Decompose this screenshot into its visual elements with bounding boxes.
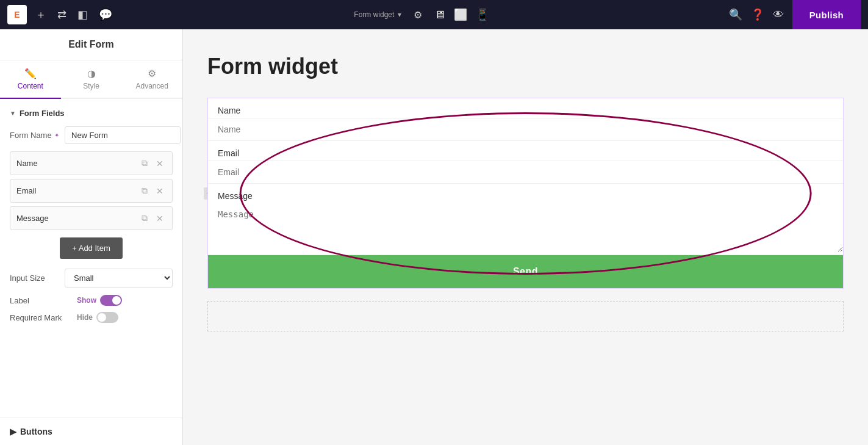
form-name-row: Form Name ✦ — [10, 126, 173, 144]
canvas-form-wrapper: Name Email Message Send — [207, 98, 844, 289]
dynamic-icon: ✦ — [54, 132, 59, 139]
tab-content[interactable]: ✏️ Content — [0, 60, 61, 99]
form-widget-title: Form widget — [354, 10, 394, 19]
field-item-message: Message ⧉ ✕ — [10, 206, 173, 230]
canvas-email-input[interactable] — [208, 161, 843, 183]
topbar-right: 🔍 ❓ 👁 Publish — [729, 0, 861, 29]
form-widget-dropdown[interactable]: Form widget ▾ — [354, 10, 401, 19]
canvas-page-title: Form widget — [207, 54, 844, 79]
input-size-label: Input Size — [10, 273, 65, 283]
desktop-view-icon[interactable]: 🖥 — [434, 9, 445, 21]
advanced-tab-label: Advanced — [135, 82, 168, 90]
sidebar: Edit Form ✏️ Content ◑ Style ⚙ Advanced … — [0, 29, 183, 445]
tablet-view-icon[interactable]: ⬜ — [454, 8, 467, 21]
topbar: E ＋ ⇄ ◧ 💬 Form widget ▾ ⚙ 🖥 ⬜ 📱 🔍 ❓ 👁 Pu… — [0, 0, 868, 29]
field-item-email-label: Email — [16, 186, 134, 195]
form-name-input[interactable] — [65, 126, 181, 144]
canvas-message-label: Message — [208, 184, 843, 203]
chevron-down-icon: ▾ — [398, 10, 401, 19]
label-toggle-switch[interactable] — [100, 295, 122, 306]
input-size-select[interactable]: Small Medium Large — [65, 269, 173, 288]
add-button[interactable]: ＋ — [33, 5, 49, 24]
duplicate-email-button[interactable]: ⧉ — [139, 184, 150, 197]
canvas-name-field: Name — [208, 98, 843, 141]
canvas-message-field: Message — [208, 184, 843, 255]
form-fields-label: Form Fields — [20, 109, 65, 118]
label-toggle-wrap: Show — [77, 295, 122, 306]
help-icon[interactable]: ❓ — [751, 8, 764, 21]
required-mark-label: Required Mark — [10, 313, 77, 322]
delete-email-button[interactable]: ✕ — [154, 184, 166, 197]
delete-message-button[interactable]: ✕ — [154, 212, 166, 225]
field-item-name-actions: ⧉ ✕ — [139, 157, 166, 170]
eye-icon[interactable]: 👁 — [773, 9, 784, 21]
delete-name-button[interactable]: ✕ — [154, 157, 166, 170]
canvas: Form widget ‹ Name Email Messag — [183, 29, 868, 445]
comments-button[interactable]: 💬 — [96, 5, 115, 24]
canvas-name-label: Name — [208, 98, 843, 118]
sidebar-title: Edit Form — [0, 29, 182, 60]
send-button[interactable]: Send — [208, 255, 843, 288]
layers-button[interactable]: ◧ — [75, 5, 90, 24]
advanced-tab-icon: ⚙ — [148, 68, 156, 79]
canvas-form-outer: ‹ Name Email Message Send — [207, 98, 844, 289]
required-hide-text: Hide — [77, 313, 93, 322]
canvas-message-textarea[interactable] — [208, 203, 843, 252]
content-tab-icon: ✏️ — [24, 68, 37, 79]
settings-toggle[interactable]: ⇄ — [55, 5, 69, 24]
main-layout: Edit Form ✏️ Content ◑ Style ⚙ Advanced … — [0, 29, 868, 445]
form-fields-section-title[interactable]: ▼ Form Fields — [10, 109, 173, 118]
buttons-section[interactable]: ▶ Buttons — [0, 418, 182, 445]
sidebar-tabs: ✏️ Content ◑ Style ⚙ Advanced — [0, 60, 182, 99]
input-size-row: Input Size Small Medium Large — [10, 269, 173, 288]
field-item-email: Email ⧉ ✕ — [10, 179, 173, 203]
required-mark-knob — [98, 313, 106, 322]
topbar-center: Form widget ▾ ⚙ 🖥 ⬜ 📱 — [120, 8, 724, 21]
canvas-empty-section — [207, 301, 844, 331]
sidebar-content: ▼ Form Fields Form Name ✦ Name ⧉ ✕ — [0, 99, 182, 418]
gear-icon[interactable]: ⚙ — [414, 9, 422, 21]
canvas-email-field: Email — [208, 141, 843, 184]
canvas-email-label: Email — [208, 141, 843, 161]
mobile-view-icon[interactable]: 📱 — [476, 8, 489, 21]
required-mark-toggle-wrap: Hide — [77, 312, 118, 323]
label-toggle-label: Label — [10, 296, 77, 305]
publish-button[interactable]: Publish — [792, 0, 861, 29]
required-mark-toggle-row: Required Mark Hide — [10, 312, 173, 323]
field-item-name: Name ⧉ ✕ — [10, 151, 173, 175]
label-toggle-knob — [112, 296, 121, 305]
tab-advanced[interactable]: ⚙ Advanced — [121, 60, 182, 98]
duplicate-name-button[interactable]: ⧉ — [139, 157, 150, 170]
field-item-email-actions: ⧉ ✕ — [139, 184, 166, 197]
buttons-arrow-icon: ▶ — [10, 427, 16, 436]
style-tab-label: Style — [83, 82, 99, 90]
field-item-message-label: Message — [16, 214, 134, 223]
canvas-name-input[interactable] — [208, 118, 843, 140]
field-items-list: Name ⧉ ✕ Email ⧉ ✕ Message ⧉ — [10, 151, 173, 230]
required-mark-toggle-switch[interactable] — [96, 312, 118, 323]
content-tab-label: Content — [18, 82, 43, 90]
form-name-label: Form Name ✦ — [10, 131, 65, 140]
label-toggle-row: Label Show — [10, 295, 173, 306]
tab-style[interactable]: ◑ Style — [61, 60, 122, 98]
buttons-label: Buttons — [20, 427, 52, 436]
style-tab-icon: ◑ — [87, 68, 96, 79]
search-icon[interactable]: 🔍 — [729, 8, 742, 21]
elementor-logo[interactable]: E — [7, 5, 27, 24]
topbar-left: E ＋ ⇄ ◧ 💬 — [7, 5, 115, 24]
add-item-button[interactable]: + Add Item — [60, 237, 123, 259]
duplicate-message-button[interactable]: ⧉ — [139, 212, 150, 225]
collapse-arrow-icon: ▼ — [10, 110, 16, 117]
view-icons: 🖥 ⬜ 📱 — [434, 8, 489, 21]
field-item-name-label: Name — [16, 159, 134, 168]
label-show-text: Show — [77, 296, 96, 305]
field-item-message-actions: ⧉ ✕ — [139, 212, 166, 225]
